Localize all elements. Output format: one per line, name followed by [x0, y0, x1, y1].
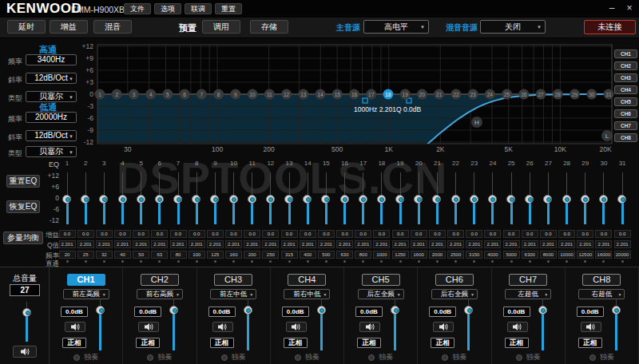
channel-slider-knob[interactable]: [612, 306, 621, 315]
eq-slider-knob[interactable]: [303, 195, 312, 204]
eq-bypass-checkbox[interactable]: [547, 260, 550, 263]
eq-gain-value[interactable]: 0.0: [77, 230, 94, 238]
eq-slider-knob[interactable]: [395, 195, 404, 204]
eq-gain-value[interactable]: 0.0: [558, 230, 575, 238]
channel-button-ch4[interactable]: CH4: [288, 274, 326, 286]
eq-gain-value[interactable]: 0.0: [207, 230, 224, 238]
eq-slider-knob[interactable]: [248, 195, 256, 204]
minimize-button[interactable]: –: [605, 2, 618, 14]
channel-button-ch5[interactable]: CH5: [362, 274, 400, 286]
eq-bypass-checkbox[interactable]: [602, 260, 605, 263]
channel-role-select[interactable]: 后左全频▼: [358, 289, 404, 299]
eq-slider-knob[interactable]: [488, 195, 497, 204]
eq-slider-knob[interactable]: [321, 195, 330, 204]
eq-slider-knob[interactable]: [562, 195, 571, 204]
eq-freq-value[interactable]: 250: [262, 251, 279, 259]
graph-channel-button-ch5[interactable]: CH5: [614, 97, 637, 106]
eq-freq-value[interactable]: 40: [114, 251, 131, 259]
channel-mute-button[interactable]: [359, 322, 380, 332]
solo-radio[interactable]: [442, 354, 448, 361]
eq-q-value[interactable]: 2.201: [336, 240, 353, 248]
eq-gain-value[interactable]: 0.0: [170, 230, 187, 238]
eq-freq-value[interactable]: 500: [318, 251, 335, 259]
eq-freq-value[interactable]: 25: [77, 251, 94, 259]
eq-bypass-checkbox[interactable]: [418, 260, 420, 263]
solo-radio[interactable]: [368, 354, 375, 361]
gain-button[interactable]: 增益: [50, 20, 88, 34]
eq-bypass-checkbox[interactable]: [399, 260, 402, 263]
eq-bypass-checkbox[interactable]: [529, 260, 531, 263]
eq-gain-value[interactable]: 0.0: [244, 230, 260, 238]
graph-channel-button-ch6[interactable]: CH6: [614, 109, 637, 118]
channel-button-ch2[interactable]: CH2: [141, 274, 179, 286]
channel-role-select[interactable]: 前左高频▼: [63, 289, 109, 299]
eq-bypass-checkbox[interactable]: [140, 260, 142, 263]
eq-bypass-checkbox[interactable]: [510, 260, 513, 263]
graph-channel-button-ch8[interactable]: CH8: [614, 133, 637, 142]
master-mute-button[interactable]: [13, 346, 37, 358]
eq-freq-value[interactable]: 10000: [558, 251, 575, 259]
eq-gain-value[interactable]: 0.0: [447, 230, 464, 238]
eq-slider-knob[interactable]: [525, 195, 534, 204]
eq-q-value[interactable]: 2.201: [595, 240, 612, 248]
eq-q-value[interactable]: 2.201: [355, 240, 371, 248]
eq-bypass-checkbox[interactable]: [325, 260, 327, 263]
eq-slider-knob[interactable]: [99, 195, 108, 204]
eq-slider-knob[interactable]: [617, 195, 626, 204]
channel-mute-button[interactable]: [433, 322, 454, 332]
eq-freq-value[interactable]: 1250: [392, 251, 409, 259]
eq-gain-value[interactable]: 0.0: [225, 230, 242, 238]
eq-q-value[interactable]: 2.201: [373, 240, 390, 248]
channel-phase-button[interactable]: 正相: [505, 338, 529, 348]
eq-freq-value[interactable]: 200: [244, 251, 260, 259]
eq-slider-knob[interactable]: [377, 195, 386, 204]
eq-slider-knob[interactable]: [173, 195, 182, 204]
eq-bypass-checkbox[interactable]: [103, 260, 105, 263]
eq-freq-value[interactable]: 160: [225, 251, 242, 259]
eq-bypass-checkbox[interactable]: [566, 260, 568, 263]
main-source-select[interactable]: 高电平 ▼: [363, 20, 429, 34]
eq-q-value[interactable]: 2.201: [558, 240, 575, 248]
eq-q-value[interactable]: 2.201: [484, 240, 501, 248]
eq-slider-knob[interactable]: [192, 195, 200, 204]
eq-gain-value[interactable]: 0.0: [466, 230, 482, 238]
channel-role-select[interactable]: 前右中低▼: [284, 289, 330, 299]
eq-gain-value[interactable]: 0.0: [614, 230, 631, 238]
channel-gain-value[interactable]: 0.0dB: [61, 307, 88, 317]
master-volume-value[interactable]: 27: [10, 284, 40, 296]
eq-freq-value[interactable]: 630: [336, 251, 353, 259]
eq-slider-knob[interactable]: [229, 195, 238, 204]
channel-slider-knob[interactable]: [538, 306, 547, 315]
menu-file[interactable]: 文件: [124, 3, 151, 14]
eq-freq-value[interactable]: 1000: [373, 251, 390, 259]
eq-q-value[interactable]: 2.201: [522, 240, 538, 248]
channel-gain-value[interactable]: 0.0dB: [208, 307, 236, 317]
solo-radio[interactable]: [221, 354, 228, 361]
close-button[interactable]: ×: [623, 2, 636, 14]
eq-q-value[interactable]: 2.201: [170, 240, 187, 248]
eq-q-value[interactable]: 2.201: [466, 240, 482, 248]
channel-mute-button[interactable]: [286, 322, 307, 332]
channel-role-select[interactable]: 后右全频▼: [431, 289, 478, 299]
eq-gain-value[interactable]: 0.0: [577, 230, 593, 238]
eq-gain-value[interactable]: 0.0: [262, 230, 279, 238]
eq-gain-value[interactable]: 0.0: [336, 230, 353, 238]
eq-slider-knob[interactable]: [266, 195, 275, 204]
eq-bypass-checkbox[interactable]: [232, 260, 235, 263]
channel-gain-value[interactable]: 0.0dB: [503, 307, 530, 317]
eq-q-value[interactable]: 2.201: [96, 240, 113, 248]
recall-button[interactable]: 调用: [202, 20, 240, 34]
eq-bypass-checkbox[interactable]: [251, 260, 253, 263]
eq-slider-knob[interactable]: [118, 195, 127, 204]
channel-button-ch8[interactable]: CH8: [582, 274, 621, 286]
reset-eq-button[interactable]: 重置EQ: [6, 175, 40, 188]
eq-freq-value[interactable]: 4000: [484, 251, 501, 259]
channel-mute-button[interactable]: [507, 322, 528, 332]
eq-freq-value[interactable]: 100: [189, 251, 205, 259]
eq-q-value[interactable]: 2.201: [614, 240, 631, 248]
eq-bypass-checkbox[interactable]: [269, 260, 272, 263]
solo-radio[interactable]: [589, 354, 596, 361]
eq-slider-knob[interactable]: [470, 195, 478, 204]
eq-gain-value[interactable]: 0.0: [429, 230, 446, 238]
eq-gain-value[interactable]: 0.0: [318, 230, 335, 238]
